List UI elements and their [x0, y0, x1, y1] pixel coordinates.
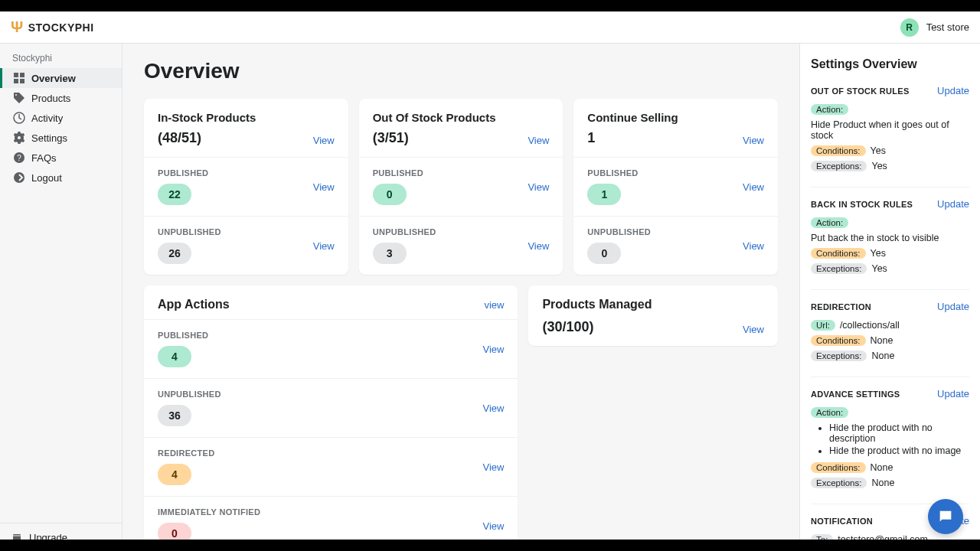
rp-adv-exceptions: None: [871, 478, 894, 488]
sidebar-item-label: Logout: [31, 172, 62, 184]
sidebar-item-faqs[interactable]: ? FAQs: [0, 148, 122, 168]
rp-adv-item1: Hide the product with no description: [829, 422, 969, 444]
aa-notified-label: IMMEDIATELY NOTIFIED: [158, 507, 260, 517]
action-tag: Action:: [811, 217, 848, 228]
top-black-bar: [0, 0, 980, 11]
rp-oos-conditions: Yes: [871, 145, 886, 156]
conditions-tag: Conditions:: [811, 145, 866, 156]
rp-bis-update[interactable]: Update: [937, 198, 969, 210]
rp-adv-update[interactable]: Update: [937, 388, 969, 399]
rp-redir-update[interactable]: Update: [937, 301, 969, 312]
rp-adv-list: Hide the product with no description Hid…: [811, 422, 969, 456]
rp-bis-action: Put back the in stock to visible: [811, 233, 939, 243]
app-actions-card: App Actions view PUBLISHED 4 View UNPUBL…: [144, 285, 518, 551]
action-tag: Action:: [811, 104, 848, 115]
oos-value: (3/51): [373, 130, 496, 146]
bottom-black-bar: [0, 540, 980, 551]
instock-published-pill: 22: [158, 184, 191, 205]
rp-redir-exceptions: None: [871, 350, 894, 361]
rp-oos-exceptions: Yes: [871, 161, 887, 171]
products-managed-card: Products Managed (30/100) View: [528, 285, 778, 346]
continue-view-link[interactable]: View: [743, 135, 764, 146]
exceptions-tag: Exceptions:: [811, 350, 867, 361]
aa-unpublished-view[interactable]: View: [482, 403, 504, 414]
rp-redir-url: /collections/all: [840, 320, 900, 331]
conditions-tag: Conditions:: [811, 335, 866, 346]
rp-redirection: REDIRECTION Update Url:/collections/all …: [811, 301, 969, 377]
oos-title: Out Of Stock Products: [373, 111, 496, 124]
oos-unpublished-view[interactable]: View: [528, 240, 549, 252]
sidebar: Stockyphi Overview Products Activity Set…: [0, 44, 122, 551]
rp-redir-heading: REDIRECTION: [811, 302, 871, 311]
instock-published-label: PUBLISHED: [158, 168, 208, 178]
exceptions-tag: Exceptions:: [811, 263, 867, 274]
sidebar-item-label: Overview: [31, 73, 76, 84]
aa-published-pill: 4: [158, 346, 191, 367]
store-name: Test store: [926, 21, 969, 33]
sidebar-item-activity[interactable]: Activity: [0, 108, 122, 128]
rp-oos-action: Hide Product when it goes out of stock: [811, 119, 969, 141]
instock-title: In-Stock Products: [158, 111, 256, 124]
sidebar-item-label: Activity: [31, 112, 63, 124]
rp-bis-rules: BACK IN STOCK RULES Update Action:Put ba…: [811, 198, 969, 290]
oos-view-link[interactable]: View: [528, 135, 549, 146]
continue-card: Continue Selling 1 View PUBLISHED 1 View…: [573, 99, 778, 275]
continue-title: Continue Selling: [587, 111, 678, 124]
chat-icon: [937, 508, 954, 525]
chat-button[interactable]: [928, 499, 963, 534]
instock-published-view[interactable]: View: [313, 181, 335, 193]
avatar: R: [900, 18, 919, 37]
oos-published-pill: 0: [373, 184, 407, 205]
continue-unpublished-label: UNPUBLISHED: [587, 227, 651, 236]
pm-title: Products Managed: [542, 298, 652, 311]
overview-icon: [13, 72, 25, 84]
url-tag: Url:: [811, 320, 835, 331]
conditions-tag: Conditions:: [811, 248, 866, 259]
pm-view[interactable]: View: [743, 324, 764, 335]
action-tag: Action:: [811, 407, 848, 418]
sidebar-title: Stockyphi: [0, 44, 122, 68]
aa-redirected-view[interactable]: View: [482, 461, 504, 473]
sidebar-item-label: Products: [31, 93, 70, 104]
svg-rect-3: [20, 79, 24, 83]
instock-card: In-Stock Products (48/51) View PUBLISHED…: [144, 99, 348, 275]
rp-oos-update[interactable]: Update: [937, 85, 969, 96]
oos-published-label: PUBLISHED: [373, 168, 423, 178]
aa-notified-view[interactable]: View: [482, 520, 504, 532]
continue-published-view[interactable]: View: [743, 181, 764, 193]
page-title: Overview: [144, 59, 778, 83]
logo-icon: Ψ: [11, 18, 24, 36]
pm-value: (30/100): [542, 319, 593, 335]
aa-published-view[interactable]: View: [482, 344, 504, 355]
rp-bis-conditions: Yes: [871, 248, 886, 259]
exceptions-tag: Exceptions:: [811, 161, 867, 171]
sidebar-item-overview[interactable]: Overview: [0, 68, 122, 88]
rp-adv-conditions: None: [871, 462, 893, 473]
aa-redirected-pill: 4: [158, 464, 191, 485]
app-actions-title: App Actions: [158, 298, 230, 311]
sidebar-item-label: FAQs: [31, 152, 57, 164]
sidebar-item-logout[interactable]: Logout: [0, 168, 122, 187]
oos-card: Out Of Stock Products (3/51) View PUBLIS…: [359, 99, 564, 275]
brand-logo[interactable]: Ψ STOCKYPHI: [11, 18, 94, 36]
instock-unpublished-view[interactable]: View: [313, 240, 335, 252]
header-bar: Ψ STOCKYPHI R Test store: [0, 11, 980, 44]
rp-bis-heading: BACK IN STOCK RULES: [811, 200, 913, 209]
compass-icon: [13, 112, 25, 124]
instock-view-link[interactable]: View: [313, 135, 335, 146]
sidebar-item-settings[interactable]: Settings: [0, 128, 122, 148]
app-actions-view[interactable]: view: [484, 299, 504, 311]
sidebar-item-products[interactable]: Products: [0, 88, 122, 108]
instock-value: (48/51): [158, 130, 256, 146]
aa-published-label: PUBLISHED: [158, 331, 208, 340]
store-switcher[interactable]: R Test store: [900, 18, 969, 37]
rp-oos-heading: OUT OF STOCK RULES: [811, 86, 910, 96]
rp-advance: ADVANCE SETTINGS Update Action: Hide the…: [811, 388, 969, 504]
aa-unpublished-label: UNPUBLISHED: [158, 390, 221, 399]
oos-published-view[interactable]: View: [528, 181, 549, 193]
continue-unpublished-view[interactable]: View: [743, 240, 764, 252]
rp-redir-conditions: None: [871, 335, 893, 346]
rp-oos-rules: OUT OF STOCK RULES Update Action:Hide Pr…: [811, 85, 969, 187]
svg-rect-2: [14, 79, 18, 83]
continue-published-label: PUBLISHED: [587, 168, 638, 178]
